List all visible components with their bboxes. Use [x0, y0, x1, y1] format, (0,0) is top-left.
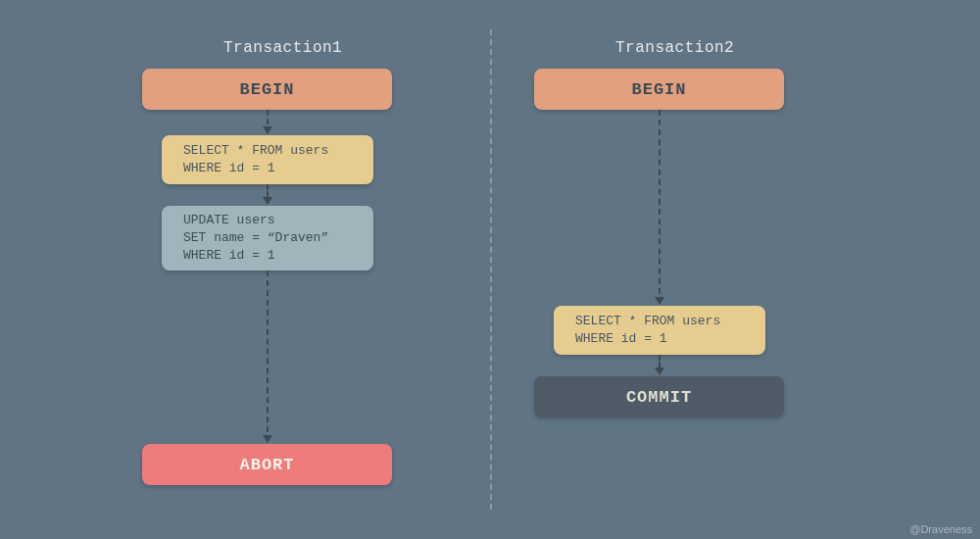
label-select: SELECT * FROM users WHERE id = 1 [575, 313, 720, 348]
credit-text: @Draveness [909, 523, 972, 535]
box-update-t1: UPDATE users SET name = “Draven” WHERE i… [162, 206, 373, 270]
box-abort-t1: ABORT [142, 444, 392, 485]
arrow-t1-2 [267, 184, 269, 204]
title-transaction1: Transaction1 [223, 39, 342, 57]
box-begin-t1: BEGIN [142, 69, 392, 110]
label-begin: BEGIN [239, 80, 294, 99]
box-begin-t2: BEGIN [534, 69, 784, 110]
box-select-t2: SELECT * FROM users WHERE id = 1 [554, 306, 765, 355]
label-update: UPDATE users SET name = “Draven” WHERE i… [183, 212, 328, 266]
label-abort: ABORT [239, 456, 294, 474]
title-transaction2: Transaction2 [615, 39, 734, 57]
diagram-canvas: Transaction1 BEGIN SELECT * FROM users W… [0, 0, 980, 539]
label-select: SELECT * FROM users WHERE id = 1 [183, 142, 328, 177]
arrow-t2-1 [659, 110, 661, 304]
arrow-t1-1 [267, 110, 269, 133]
label-commit: COMMIT [626, 388, 692, 407]
box-commit-t2: COMMIT [534, 376, 784, 417]
label-begin: BEGIN [631, 80, 686, 99]
arrow-t1-3 [267, 270, 269, 442]
arrow-t2-2 [659, 355, 661, 374]
vertical-divider [490, 29, 492, 510]
box-select-t1: SELECT * FROM users WHERE id = 1 [162, 135, 373, 184]
